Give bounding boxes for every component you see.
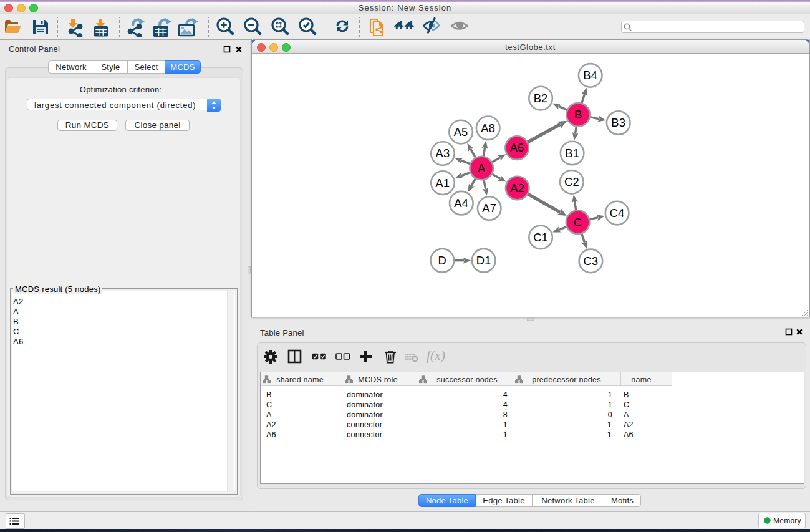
- svg-text:B4: B4: [583, 69, 597, 82]
- svg-text:C2: C2: [564, 175, 579, 188]
- svg-text:B2: B2: [534, 92, 548, 105]
- svg-text:C3: C3: [583, 254, 598, 268]
- svg-text:A: A: [478, 162, 486, 175]
- svg-text:A4: A4: [454, 196, 468, 210]
- svg-text:A7: A7: [482, 201, 496, 215]
- svg-text:B: B: [574, 108, 582, 121]
- svg-text:C1: C1: [533, 231, 548, 244]
- svg-text:A8: A8: [481, 122, 495, 135]
- svg-text:D1: D1: [476, 254, 491, 267]
- svg-text:A3: A3: [436, 147, 450, 160]
- svg-text:B1: B1: [565, 147, 579, 160]
- svg-text:B3: B3: [611, 116, 625, 129]
- svg-text:A2: A2: [510, 181, 524, 195]
- svg-text:A5: A5: [454, 125, 468, 138]
- svg-text:A1: A1: [436, 177, 450, 190]
- svg-text:C: C: [574, 216, 582, 229]
- svg-text:D: D: [438, 254, 446, 267]
- svg-text:C4: C4: [610, 206, 625, 220]
- svg-text:A6: A6: [510, 141, 524, 154]
